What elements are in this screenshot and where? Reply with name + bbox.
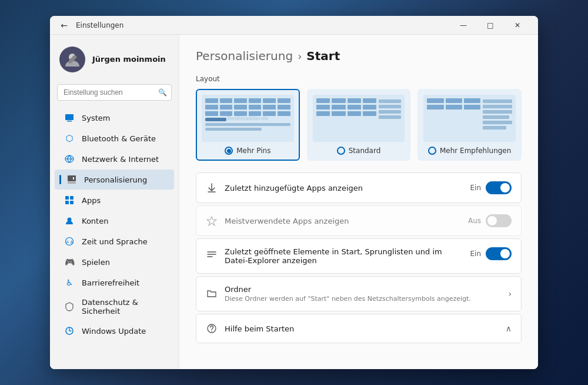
main-content: Personalisierung › Start Layout [179,35,538,369]
radio-more-pins[interactable] [225,147,233,155]
avatar [59,47,85,72]
recently-opened-title: Zuletzt geöffnete Elemente in Start, Spr… [225,247,463,265]
help-icon [206,323,218,334]
layout-preview-more-recs [423,95,516,142]
settings-window: ← Einstellungen — □ ✕ Jürgen moinmoin [50,16,538,369]
radio-more-recs[interactable] [428,147,436,155]
svg-rect-2 [67,121,72,122]
recently-opened-status: Ein [470,250,481,258]
layout-options: Deskmadder.de Mehr Pins [196,89,522,161]
most-used-title: Meistverwendete Apps anzeigen [225,217,461,225]
svg-rect-4 [68,175,76,181]
recently-added-status: Ein [470,184,481,192]
help-chevron-container: ∧ [506,324,512,333]
layout-card-more-pins[interactable]: Deskmadder.de Mehr Pins [196,89,300,161]
sidebar-item-network-label: Netzwerk & Internet [82,155,159,164]
most-used-text: Meistverwendete Apps anzeigen [225,217,461,225]
sidebar-item-gaming-label: Spielen [82,258,110,267]
most-used-toggle[interactable] [486,214,512,227]
sidebar-item-system-label: System [82,114,110,122]
update-icon [64,326,75,336]
svg-text:A: A [66,240,69,244]
recently-opened-text: Zuletzt geöffnete Elemente in Start, Spr… [225,247,463,265]
user-section: Jürgen moinmoin [50,39,179,82]
svg-rect-5 [68,182,76,184]
search-input[interactable] [57,84,172,101]
active-indicator [59,175,61,184]
bluetooth-icon: ⬡ [64,133,75,144]
most-used-icon [206,215,218,227]
sidebar-item-apps[interactable]: Apps [55,190,174,210]
svg-point-21 [211,331,212,332]
most-used-controls: Aus [468,214,512,227]
accessibility-icon: ♿ [64,277,75,288]
time-icon: Aあ [64,236,75,247]
breadcrumb-parent: Personalisierung [196,49,293,63]
recently-opened-toggle[interactable] [486,247,512,260]
sidebar-item-time-label: Zeit und Sprache [82,237,148,246]
minimize-button[interactable]: — [450,16,477,35]
svg-rect-9 [70,201,74,204]
sidebar-item-apps-label: Apps [82,196,101,205]
window-controls: — □ ✕ [450,16,531,35]
layout-preview-standard [313,95,405,142]
privacy-icon [64,301,75,312]
content-area: Jürgen moinmoin 🔍 System ⬡ Bluetooth & G… [50,35,538,369]
chevron-right-icon: › [508,289,512,298]
search-box: 🔍 [57,84,172,101]
radio-standard[interactable] [337,147,345,155]
svg-text:あ: あ [70,240,74,244]
sidebar-item-accessibility[interactable]: ♿ Barrierefreiheit [55,273,174,293]
sidebar-item-bluetooth[interactable]: ⬡ Bluetooth & Geräte [55,128,174,148]
sidebar-item-personalization[interactable]: Personalisierung [55,170,174,190]
layout-label-more-recs: Mehr Empfehlungen [428,147,511,155]
recently-added-text: Zuletzt hinzugefügte Apps anzeigen [225,184,463,192]
layout-label-more-pins: Mehr Pins [225,147,270,155]
folders-desc: Diese Ordner werden auf "Start" neben de… [225,295,501,303]
username: Jürgen moinmoin [92,55,166,65]
svg-marker-16 [207,217,216,225]
sidebar-item-time[interactable]: Aあ Zeit und Sprache [55,231,174,251]
recently-added-toggle[interactable] [486,181,512,194]
svg-rect-7 [70,196,74,200]
titlebar: ← Einstellungen — □ ✕ [50,16,538,35]
sidebar-item-bluetooth-label: Bluetooth & Geräte [82,134,156,143]
maximize-button[interactable]: □ [477,16,504,35]
close-button[interactable]: ✕ [504,16,531,35]
layout-card-more-recs[interactable]: Mehr Empfehlungen [417,89,522,161]
sidebar-item-accounts[interactable]: Konten [55,211,174,231]
layout-label-standard: Standard [337,147,381,155]
gaming-icon: 🎮 [64,257,75,267]
setting-recently-opened: Zuletzt geöffnete Elemente in Start, Spr… [196,238,522,274]
sidebar-item-system[interactable]: System [55,108,174,128]
personalization-icon [66,174,77,185]
network-icon [64,154,75,164]
back-button[interactable]: ← [57,18,71,32]
layout-card-standard[interactable]: Standard [307,89,411,161]
setting-most-used: Meistverwendete Apps anzeigen Aus [196,205,522,236]
folders-icon [206,288,218,300]
sidebar-item-update[interactable]: Windows Update [55,321,174,341]
sidebar-item-network[interactable]: Netzwerk & Internet [55,149,174,169]
setting-folders[interactable]: Ordner Diese Ordner werden auf "Start" n… [196,276,522,311]
sidebar: Jürgen moinmoin 🔍 System ⬡ Bluetooth & G… [50,35,179,369]
breadcrumb-current: Start [306,49,340,63]
setting-recently-added: Zuletzt hinzugefügte Apps anzeigen Ein [196,172,522,203]
toggle-thumb [500,249,510,258]
folders-text: Ordner Diese Ordner werden auf "Start" n… [225,285,501,303]
sidebar-item-update-label: Windows Update [82,327,146,336]
sidebar-item-privacy-label: Datenschutz & Sicherheit [82,298,165,316]
help-section[interactable]: Hilfe beim Starten ∧ [196,314,522,343]
sidebar-item-privacy[interactable]: Datenschutz & Sicherheit [55,293,174,320]
recently-added-title: Zuletzt hinzugefügte Apps anzeigen [225,184,463,192]
sidebar-item-accounts-label: Konten [82,217,108,225]
search-icon: 🔍 [158,88,167,97]
breadcrumb-separator: › [298,50,302,62]
breadcrumb: Personalisierung › Start [196,49,522,63]
folders-title: Ordner [225,285,501,294]
help-title: Hilfe beim Starten [225,324,499,333]
accounts-icon [64,215,75,226]
recently-opened-controls: Ein [470,247,512,260]
sidebar-item-gaming[interactable]: 🎮 Spielen [55,252,174,272]
chevron-up-icon: ∧ [506,324,512,333]
